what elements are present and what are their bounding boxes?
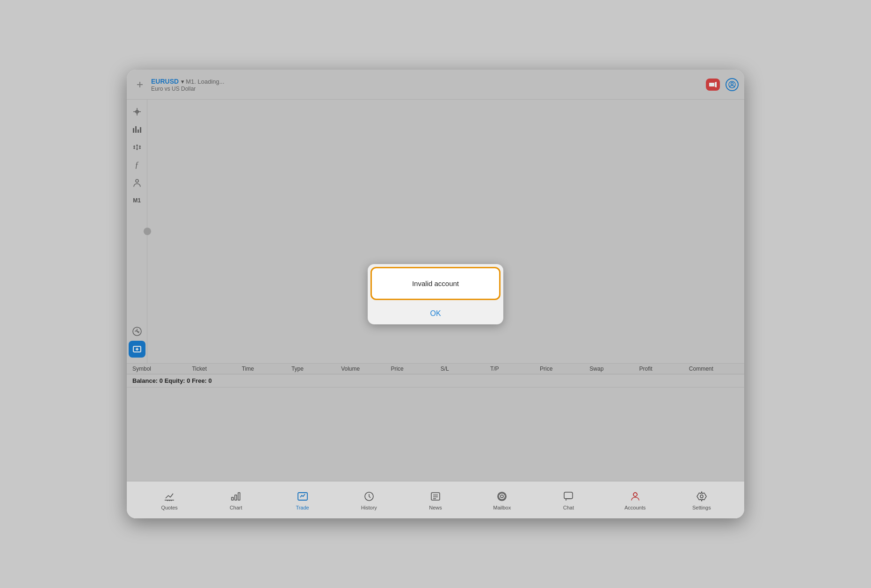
invalid-account-dialog: Invalid account OK	[368, 264, 503, 324]
dialog-message: Invalid account	[370, 267, 501, 300]
dialog-ok-button[interactable]: OK	[368, 303, 503, 324]
dialog-overlay: Invalid account OK	[127, 70, 744, 518]
